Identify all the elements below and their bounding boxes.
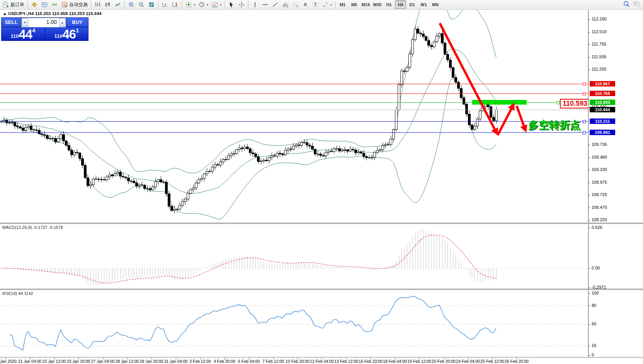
time-label: 29 Jan 20:00 bbox=[140, 359, 163, 364]
price-axis[interactable]: 112.260112.010111.755111.505111.250110.4… bbox=[589, 10, 643, 358]
axis-tick-label: 80 bbox=[592, 303, 596, 308]
buy-button[interactable]: BUY bbox=[66, 18, 88, 27]
auto-scroll-button[interactable] bbox=[160, 0, 170, 9]
time-label: 31 Jan 04:00 bbox=[164, 359, 188, 364]
price-marker-110.444: 110.444 bbox=[590, 107, 615, 112]
time-label: 24 Feb 04:00 bbox=[456, 359, 480, 364]
metaeditor-button[interactable] bbox=[29, 0, 39, 9]
price-marker-110.967: 110.967 bbox=[590, 81, 615, 86]
crosshair-button[interactable] bbox=[236, 0, 247, 9]
time-label: 28 Jan 12:00 bbox=[116, 359, 139, 364]
periods-button[interactable]: ▾ bbox=[197, 0, 210, 9]
autotrading-label: 自动交易 bbox=[69, 2, 88, 8]
turning-point-annotation[interactable]: 多空转折点 bbox=[514, 118, 580, 132]
timeframe-d1[interactable]: D1 bbox=[407, 0, 418, 9]
horizontal-line-button[interactable] bbox=[260, 0, 270, 9]
pane-separator[interactable] bbox=[0, 289, 643, 290]
line-chart-type-button[interactable] bbox=[113, 0, 123, 9]
timeframe-m30[interactable]: M30 bbox=[372, 0, 383, 9]
candle-chart-type-button[interactable] bbox=[103, 0, 113, 9]
horizontal-line-109.981[interactable] bbox=[0, 132, 588, 133]
toolbar: 新订单 自动交易 ▾ ▾ ▾ E F A T ▾ bbox=[0, 0, 643, 10]
vertical-line-button[interactable] bbox=[250, 0, 260, 9]
volume-increase-button[interactable]: ▲ bbox=[59, 18, 66, 27]
zoom-in-button[interactable] bbox=[126, 0, 136, 9]
timeframe-h1[interactable]: H1 bbox=[383, 0, 395, 9]
macd-label: MACD(12,26,9) -0.1737 -0.1578 bbox=[2, 225, 63, 230]
volume-decrease-button[interactable]: ▼ bbox=[22, 18, 28, 27]
equidistant-channel-button[interactable]: E bbox=[280, 0, 290, 9]
autotrading-button[interactable]: 自动交易 bbox=[60, 0, 89, 9]
data-window-icon bbox=[41, 1, 48, 8]
cursor-button[interactable] bbox=[226, 0, 236, 9]
new-order-button[interactable]: 新订单 bbox=[1, 0, 26, 9]
horizontal-line-110.211[interactable] bbox=[0, 121, 588, 122]
volume-input[interactable]: 1.00 bbox=[28, 18, 59, 27]
fibonacci-button[interactable]: F bbox=[290, 0, 300, 9]
timeframe-w1[interactable]: W1 bbox=[418, 0, 429, 9]
axis-tick-label: 108.220 bbox=[592, 217, 607, 222]
axis-tick-label: 112.260 bbox=[592, 17, 607, 21]
indicators-button[interactable]: ▾ bbox=[184, 0, 197, 9]
axis-tick-label: 108.975 bbox=[592, 180, 607, 185]
sell-button[interactable]: SELL bbox=[2, 18, 21, 27]
text-button[interactable]: A bbox=[300, 0, 310, 9]
horizontal-line-110.967[interactable] bbox=[0, 84, 588, 84]
callout-handle[interactable] bbox=[556, 101, 560, 104]
arrows-button[interactable]: ▾ bbox=[320, 0, 333, 9]
autotrading-icon bbox=[61, 1, 68, 8]
main-chart-canvas bbox=[0, 10, 588, 223]
time-label: 3 Feb 12:00 bbox=[189, 359, 211, 364]
text-label-icon: T bbox=[312, 1, 319, 8]
chat-icon[interactable] bbox=[633, 0, 641, 7]
line-handle[interactable] bbox=[583, 83, 586, 86]
arrows-icon bbox=[322, 1, 329, 8]
sell-price-point: 4 bbox=[32, 28, 35, 33]
chart-shift-button[interactable] bbox=[170, 0, 180, 9]
collapse-arrow-icon[interactable]: ▲ bbox=[3, 11, 7, 16]
time-label: 26 Feb 20:00 bbox=[505, 359, 529, 364]
horizontal-line-icon bbox=[262, 1, 269, 8]
search-icon[interactable] bbox=[623, 0, 630, 7]
zoom-out-button[interactable] bbox=[136, 0, 146, 9]
time-label: 22 Jan 12:00 bbox=[43, 359, 66, 364]
time-label: 7 Feb 12:00 bbox=[262, 359, 284, 364]
pane-separator[interactable] bbox=[0, 223, 643, 224]
buy-price[interactable]: 110461 bbox=[45, 27, 88, 41]
timeframe-mn[interactable]: MN bbox=[430, 0, 441, 9]
timeframe-m15[interactable]: M15 bbox=[360, 0, 371, 9]
gold-diamond-icon bbox=[31, 1, 38, 8]
timeframe-m5[interactable]: M5 bbox=[349, 0, 360, 9]
line-handle[interactable] bbox=[583, 131, 586, 134]
horizontal-line-110.769[interactable] bbox=[0, 93, 588, 94]
chart-title: ▲ USDJPY-,H4 110.203 110.458 110.203 110… bbox=[3, 11, 102, 16]
time-axis[interactable]: 19 Jan 202021 Jan 04:0022 Jan 12:0023 Ja… bbox=[0, 358, 643, 364]
highlight-rectangle[interactable] bbox=[472, 100, 527, 105]
tile-windows-button[interactable] bbox=[146, 0, 156, 9]
axis-tick-label: 100 bbox=[592, 291, 599, 295]
add-indicator-icon bbox=[185, 1, 192, 8]
line-handle[interactable] bbox=[583, 92, 586, 95]
time-label: 25 Feb 12:00 bbox=[480, 359, 504, 364]
trendline-button[interactable] bbox=[270, 0, 280, 9]
signal-button[interactable] bbox=[49, 0, 60, 9]
axis-tick-label: 109.230 bbox=[592, 167, 607, 172]
price-callout[interactable]: 110.593 bbox=[560, 99, 590, 108]
line-handle[interactable] bbox=[583, 120, 586, 123]
fibonacci-icon: F bbox=[292, 1, 299, 8]
dropdown-caret: ▾ bbox=[330, 3, 332, 7]
sell-price[interactable]: 110444 bbox=[2, 27, 44, 41]
data-window-button[interactable] bbox=[39, 0, 49, 9]
timeframe-m1[interactable]: M1 bbox=[337, 0, 348, 9]
bar-chart-type-button[interactable] bbox=[93, 0, 103, 9]
axis-tick-label: 112.010 bbox=[592, 29, 607, 34]
axis-tick-label: 50 bbox=[592, 322, 596, 326]
templates-button[interactable]: ▾ bbox=[210, 0, 223, 9]
zoom-in-icon bbox=[128, 1, 135, 8]
axis-tick-label: 111.250 bbox=[592, 67, 606, 71]
rsi-value: 44.1142 bbox=[18, 291, 33, 296]
timeframe-h4[interactable]: H4 bbox=[395, 0, 406, 9]
time-label: 19 Feb 12:00 bbox=[407, 359, 431, 364]
text-label-button[interactable]: T bbox=[310, 0, 320, 9]
rsi-canvas bbox=[0, 290, 588, 357]
